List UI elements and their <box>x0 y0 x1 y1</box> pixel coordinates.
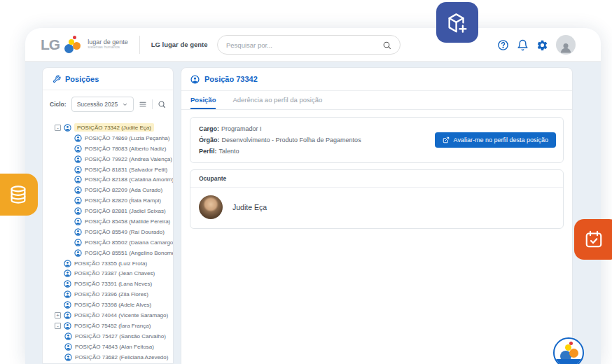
tree-search-icon[interactable] <box>158 99 166 109</box>
position-person-icon <box>74 249 82 257</box>
position-person-icon <box>74 197 82 204</box>
tree-expander-icon[interactable]: + <box>55 312 61 318</box>
tree-item-label: POSIÇÃO 82820 (Ítala Rampi) <box>85 197 161 204</box>
position-person-icon <box>64 312 71 319</box>
cycle-label: Ciclo: <box>50 101 67 108</box>
calendar-shortcut[interactable] <box>574 219 612 260</box>
position-details: Cargo:Programador I Órgão:Desenvolviment… <box>190 117 564 163</box>
tree-item[interactable]: POSIÇÃO 73391 (Lana Neves) <box>49 279 170 289</box>
global-search[interactable] <box>217 35 401 55</box>
list-view-icon[interactable] <box>139 99 147 109</box>
help-chat-widget[interactable] <box>553 337 584 364</box>
bell-icon[interactable] <box>517 39 529 51</box>
gear-icon[interactable] <box>536 39 548 51</box>
position-person-icon <box>64 322 71 330</box>
tree-item[interactable]: POSIÇÃO 73396 (Zila Flores) <box>49 289 170 300</box>
tree-item[interactable]: + POSIÇÃO 74044 (Vicente Saramago) <box>49 310 170 321</box>
position-person-icon <box>64 301 71 309</box>
tree-item[interactable]: POSIÇÃO 79922 (Andrea Valença) <box>49 154 170 164</box>
position-person-icon <box>74 155 82 163</box>
position-person-icon <box>74 186 82 194</box>
tree-item-label: POSIÇÃO 73682 (Feliciana Azevedo) <box>75 354 168 360</box>
tree-item[interactable]: POSIÇÃO 73355 (Luiz Frota) <box>49 258 170 269</box>
tree-expander-icon[interactable] <box>55 281 61 287</box>
field-label: Cargo: <box>199 125 219 132</box>
tree-expander-icon[interactable] <box>55 260 61 267</box>
tree-item[interactable]: POSIÇÃO 75427 (Sansão Carvalho) <box>49 331 170 342</box>
position-person-icon <box>74 239 82 246</box>
search-input[interactable] <box>226 41 382 49</box>
position-person-icon <box>74 207 82 215</box>
tree-item-label: POSIÇÃO 73398 (Adele Alves) <box>74 302 151 308</box>
position-panel-header: Posição 73342 <box>181 68 572 91</box>
tree-item[interactable]: POSIÇÃO 85549 (Raí Dourado) <box>49 227 170 237</box>
tree-item-label: POSIÇÃO 78083 (Alberto Nadiz) <box>85 146 167 152</box>
topbar-actions <box>497 28 576 62</box>
tree-item[interactable]: POSIÇÃO 85502 (Daiana Camargo) <box>49 237 170 248</box>
position-person-icon <box>64 260 71 267</box>
tree-item[interactable]: POSIÇÃO 82820 (Ítala Rampi) <box>49 195 170 206</box>
tree-item-label: POSIÇÃO 75452 (Íara França) <box>74 323 151 329</box>
tree-item[interactable]: POSIÇÃO 85458 (Matilde Pereira) <box>49 216 170 227</box>
database-icon <box>8 184 29 205</box>
database-shortcut[interactable] <box>0 174 38 216</box>
help-icon[interactable] <box>497 39 509 51</box>
tree-item-label: POSIÇÃO 75427 (Sansão Carvalho) <box>75 333 166 340</box>
occupant-section-title: Ocupante <box>190 170 563 188</box>
tree-item[interactable]: POSIÇÃO 73387 (Jean Chaves) <box>49 268 170 279</box>
positions-sidebar: Posições Ciclo: Sucessão 2025 - <box>42 67 174 364</box>
tree-item[interactable]: POSIÇÃO 82188 (Catalina Amorim) <box>49 174 170 185</box>
position-person-icon <box>64 270 71 277</box>
tree-item-label: POSIÇÃO 79922 (Andrea Valença) <box>85 156 172 162</box>
tree-item[interactable]: POSIÇÃO 74843 (Alan Feitosa) <box>49 342 170 352</box>
tree-item[interactable]: POSIÇÃO 82209 (Ada Curado) <box>49 185 170 195</box>
position-person-icon <box>190 75 200 84</box>
tree-expander-icon[interactable]: - <box>55 125 61 131</box>
sidebar-title: Posições <box>65 75 99 83</box>
field-label: Órgão: <box>199 136 220 144</box>
user-avatar[interactable] <box>556 35 576 55</box>
field-value: Programador I <box>221 125 262 132</box>
wrench-icon <box>53 75 61 83</box>
position-person-icon <box>74 176 82 183</box>
tree-expander-icon[interactable] <box>55 270 61 276</box>
position-person-icon <box>64 343 72 351</box>
field-label: Perfil: <box>199 148 217 155</box>
tree-item[interactable]: - POSIÇÃO 73342 (Judite Eça) <box>49 122 170 133</box>
position-person-icon <box>64 354 72 361</box>
position-person-icon <box>74 218 82 225</box>
occupant-row: Judite Eça <box>190 188 563 228</box>
position-person-icon <box>74 145 82 153</box>
evaluate-profile-button[interactable]: Avaliar-me no perfil desta posição <box>435 132 556 148</box>
tree-item[interactable]: POSIÇÃO 74869 (Luzia Peçanha) <box>49 133 170 144</box>
tree-item-label: POSIÇÃO 85502 (Daiana Camargo) <box>85 239 174 246</box>
tree-item[interactable]: POSIÇÃO 73682 (Feliciana Azevedo) <box>49 352 170 363</box>
position-person-icon <box>74 134 82 142</box>
tree-item-label: POSIÇÃO 85551 (Angelino Bonome) <box>85 250 174 256</box>
tree-expander-icon[interactable] <box>55 291 61 298</box>
tree-item[interactable]: POSIÇÃO 81831 (Salvador Petit) <box>49 164 170 175</box>
add-package-shortcut[interactable] <box>436 2 478 43</box>
cycle-select[interactable]: Sucessão 2025 <box>71 97 134 112</box>
tree-item-label: POSIÇÃO 85458 (Matilde Pereira) <box>85 218 170 225</box>
tree-item[interactable]: POSIÇÃO 78083 (Alberto Nadiz) <box>49 144 170 154</box>
tree-item[interactable]: POSIÇÃO 85551 (Angelino Bonome) <box>49 248 170 258</box>
tree-item-label: POSIÇÃO 82881 (Jadiel Seixas) <box>85 208 166 214</box>
tree-expander-icon[interactable] <box>55 302 61 308</box>
tab-posicao[interactable]: Posição <box>190 91 216 109</box>
tab-aderencia[interactable]: Aderência ao perfil da posição <box>232 91 322 109</box>
tree-expander-icon[interactable]: - <box>55 323 61 329</box>
tree-item-label: POSIÇÃO 82209 (Ada Curado) <box>85 187 162 193</box>
position-person-icon <box>64 280 71 288</box>
tree-item[interactable]: - POSIÇÃO 75452 (Íara França) <box>49 321 170 331</box>
occupant-name: Judite Eça <box>232 203 267 211</box>
tree-item[interactable]: POSIÇÃO 73398 (Adele Alves) <box>49 300 170 310</box>
tree-item-label: POSIÇÃO 74044 (Vicente Saramago) <box>74 312 168 318</box>
tree-item-label: POSIÇÃO 74869 (Luzia Peçanha) <box>85 135 169 141</box>
search-icon[interactable] <box>382 41 391 50</box>
tree-item[interactable]: POSIÇÃO 82881 (Jadiel Seixas) <box>49 206 170 216</box>
chat-ribbon <box>555 359 583 364</box>
external-link-icon <box>443 136 450 144</box>
sidebar-header: Posições <box>43 68 173 90</box>
tree-item-label: POSIÇÃO 81831 (Salvador Petit) <box>85 167 167 173</box>
